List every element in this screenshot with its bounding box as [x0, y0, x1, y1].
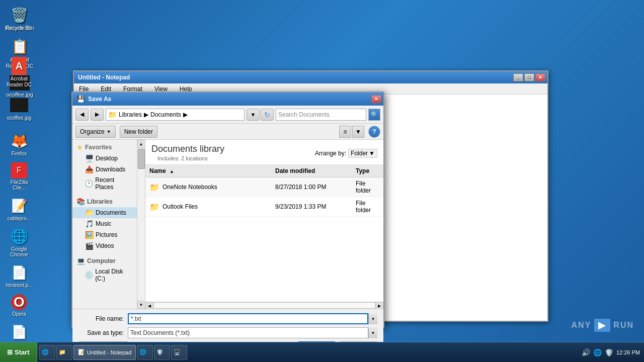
notepad-close-btn[interactable]: ✕ — [535, 73, 545, 81]
taskbar-explorer-icon[interactable]: 📁 — [56, 345, 72, 360]
taskbar-notepad-item[interactable]: 📝 Untitled - Notepad — [73, 345, 136, 360]
sidebar-item-music[interactable]: 🎵 Music — [72, 218, 137, 229]
taskbar-items: 🌐 📁 📝 Untitled - Notepad 🌐 🛡️ 🖥️ — [37, 342, 578, 362]
recent-places-icon: 🕐 — [85, 179, 93, 188]
desktop-icons-left: 🗑️ Recycle Bin A Acrobat Reader DC ocoff… — [0, 0, 38, 362]
computer-section: 💻 Computer 💿 Local Disk (C:) — [72, 253, 137, 286]
sidebar-content: ★ Favorites 🖥️ Desktop 📥 Downloads � — [72, 140, 137, 309]
help-btn[interactable]: ? — [368, 126, 380, 138]
notepad-window-controls: _ □ ✕ — [513, 73, 545, 81]
view-details-btn[interactable]: ▼ — [352, 126, 364, 138]
desktop-icon-filezilla[interactable]: F FileZilla Clie... — [2, 160, 36, 193]
desktop-folder-icon: 🖥️ — [85, 154, 94, 162]
search-button[interactable]: 🔍 — [368, 109, 380, 121]
scrollbar-thumb[interactable] — [138, 149, 145, 169]
includes-text: Includes: 2 locations — [151, 154, 224, 162]
taskbar-right: 🔊 🌐 🛡️ 12:26 PM — [578, 348, 644, 356]
desktop-icon-acrobat2[interactable]: A Acrobat Reader DC — [2, 55, 36, 90]
documents-folder-icon: 📁 — [85, 209, 94, 217]
organize-btn[interactable]: Organize ▼ — [75, 126, 116, 138]
view-list-btn[interactable]: ≡ — [339, 126, 351, 138]
file-list-header: Documents library Includes: 2 locations … — [145, 140, 383, 165]
save-as-type-row: Save as type: Text Documents (*.txt) ▼ — [78, 327, 377, 338]
folder-icon-outlook: 📁 — [149, 202, 159, 212]
desktop-icon-htmlrent[interactable]: 📄 htmlrent.p... — [2, 261, 36, 290]
scroll-right-btn[interactable]: ▶ — [375, 302, 383, 309]
filename-dropdown-arrow[interactable]: ▼ — [368, 313, 377, 324]
desktop: 🗑️ Recycle Bin 📋 Acrobat Reader DC ocoff… — [0, 0, 644, 362]
sidebar-item-recent[interactable]: 🕐 Recent Places — [72, 175, 137, 192]
file-row-outlook[interactable]: 📁 Outlook Files 9/23/2019 1:33 PM File f… — [145, 197, 383, 217]
taskbar-icon-1[interactable]: 🌐 — [137, 345, 153, 360]
local-disk-icon: 💿 — [85, 271, 93, 279]
filename-label: File name: — [78, 315, 124, 322]
col-header-date[interactable]: Date modified — [271, 166, 352, 175]
filename-input[interactable] — [128, 313, 368, 324]
scrollbar-down-btn[interactable]: ▼ — [137, 301, 145, 309]
refresh-btn[interactable]: ↻ — [261, 109, 274, 121]
view-buttons: ≡ ▼ — [339, 126, 364, 138]
sidebar-item-videos[interactable]: 🎬 Videos — [72, 240, 137, 251]
dialog-close-btn[interactable]: ✕ — [371, 95, 381, 103]
new-folder-btn[interactable]: New folder — [120, 126, 157, 138]
col-header-name[interactable]: Name ▲ — [145, 166, 271, 175]
save-as-dialog: 💾 Save As ✕ ◀ ▶ 📁 Libraries ▶ Documents … — [71, 92, 384, 328]
desktop-icons-col2 — [38, 0, 42, 8]
notepad-title: Untitled - Notepad — [78, 74, 130, 81]
taskbar-norton-icon[interactable]: 🛡️ — [154, 345, 170, 360]
videos-folder-icon: 🎬 — [85, 242, 94, 250]
path-libraries: Libraries — [119, 111, 142, 118]
taskbar-clock: 12:26 PM — [616, 349, 640, 355]
dialog-actions-bar: Organize ▼ New folder ≡ ▼ ? — [72, 124, 383, 140]
file-table-header: Name ▲ Date modified Type — [145, 165, 383, 177]
file-table: Name ▲ Date modified Type 📁 — [145, 165, 383, 302]
taskbar-icon-2[interactable]: 🖥️ — [171, 345, 187, 360]
scroll-track[interactable] — [153, 302, 375, 309]
save-as-type-arrow[interactable]: ▼ — [368, 327, 377, 338]
notepad-maximize-btn[interactable]: □ — [524, 73, 534, 81]
forward-btn[interactable]: ▶ — [91, 109, 104, 121]
dialog-window-controls: ✕ — [371, 95, 381, 103]
dialog-titlebar: 💾 Save As ✕ — [72, 93, 383, 106]
desktop-icon-firefox[interactable]: 🦊 Firefox — [2, 130, 36, 158]
sidebar-item-downloads[interactable]: 📥 Downloads — [72, 164, 137, 175]
sidebar-libraries-header: 📚 Libraries — [72, 196, 137, 207]
downloads-folder-icon: 📥 — [85, 165, 94, 173]
folder-icon-onenote: 📁 — [149, 183, 159, 192]
arrange-by-dropdown[interactable]: Folder ▼ — [348, 149, 377, 158]
scroll-left-btn[interactable]: ◀ — [145, 302, 153, 309]
notepad-minimize-btn[interactable]: _ — [513, 73, 523, 81]
sidebar-favorites-header: ★ Favorites — [72, 142, 137, 153]
back-btn[interactable]: ◀ — [75, 109, 89, 121]
start-button[interactable]: ⊞ Start — [0, 342, 37, 362]
sidebar-computer-header: 💻 Computer — [72, 255, 137, 266]
path-bar[interactable]: 📁 Libraries ▶ Documents ▶ — [106, 109, 245, 121]
desktop-icon-word[interactable]: 📝 cablepro... — [2, 195, 36, 223]
horizontal-scrollbar[interactable]: ◀ ▶ — [145, 302, 383, 309]
sidebar-scrollbar[interactable]: ▲ ▼ — [137, 140, 145, 309]
sidebar-item-pictures[interactable]: 🖼️ Pictures — [72, 229, 137, 240]
dialog-title: Save As — [88, 96, 111, 103]
file-row-onenote[interactable]: 📁 OneNote Notebooks 8/27/2018 1:00 PM Fi… — [145, 177, 383, 197]
sidebar-item-documents[interactable]: 📁 Documents — [72, 207, 137, 218]
sidebar-item-desktop[interactable]: 🖥️ Desktop — [72, 153, 137, 164]
anyrun-watermark: ANY ▶ RUN — [572, 319, 634, 332]
favorites-section: ★ Favorites 🖥️ Desktop 📥 Downloads � — [72, 140, 137, 194]
file-list-area: Documents library Includes: 2 locations … — [145, 140, 383, 309]
desktop-icon-recycle-bin2[interactable]: 🗑️ Recycle Bin — [2, 4, 36, 33]
desktop-icon-opera[interactable]: O Opera — [2, 292, 36, 319]
scrollbar-up-btn[interactable]: ▲ — [137, 140, 145, 148]
col-header-type[interactable]: Type — [352, 166, 383, 175]
save-as-type-dropdown[interactable]: Text Documents (*.txt) — [128, 327, 368, 338]
desktop-icon-chrome[interactable]: 🌐 Google Chrome — [2, 225, 36, 259]
arrange-by: Arrange by: Folder ▼ — [315, 149, 377, 158]
notepad-titlebar: Untitled - Notepad _ □ ✕ — [74, 71, 547, 83]
search-bar[interactable]: Search Documents — [276, 109, 366, 121]
path-documents: Documents — [150, 111, 181, 118]
taskbar-ie-icon[interactable]: 🌐 — [39, 345, 55, 360]
desktop-icon-ocoffee2[interactable]: ocoffee.jpg — [2, 94, 36, 123]
sidebar-item-local-disk[interactable]: 💿 Local Disk (C:) — [72, 266, 137, 284]
save-as-type-label: Save as type: — [78, 329, 124, 336]
taskbar: ⊞ Start 🌐 📁 📝 Untitled - Notepad 🌐 — [0, 342, 644, 362]
path-dropdown-btn[interactable]: ▼ — [247, 109, 260, 121]
